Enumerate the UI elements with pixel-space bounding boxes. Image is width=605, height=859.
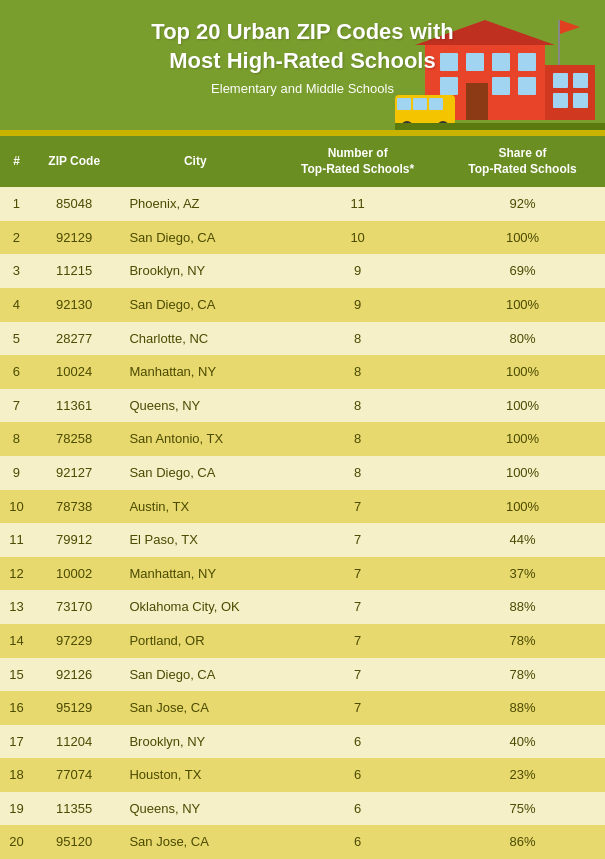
cell-number: 9 [275,254,440,288]
cell-share: 100% [440,288,605,322]
cell-zip: 85048 [33,187,115,221]
cell-rank: 14 [0,624,33,658]
cell-number: 7 [275,624,440,658]
cell-zip: 97229 [33,624,115,658]
cell-city: Brooklyn, NY [115,254,275,288]
col-city: City [115,136,275,187]
data-table: # ZIP Code City Number ofTop-Rated Schoo… [0,136,605,859]
table-row: 15 92126 San Diego, CA 7 78% [0,658,605,692]
cell-city: San Jose, CA [115,825,275,859]
cell-share: 100% [440,355,605,389]
cell-number: 6 [275,825,440,859]
table-row: 8 78258 San Antonio, TX 8 100% [0,422,605,456]
table-row: 6 10024 Manhattan, NY 8 100% [0,355,605,389]
table-row: 7 11361 Queens, NY 8 100% [0,389,605,423]
cell-city: San Diego, CA [115,288,275,322]
main-container: Top 20 Urban ZIP Codes withMost High-Rat… [0,0,605,859]
cell-rank: 16 [0,691,33,725]
svg-rect-22 [429,98,443,110]
cell-zip: 28277 [33,322,115,356]
table-row: 14 97229 Portland, OR 7 78% [0,624,605,658]
cell-rank: 7 [0,389,33,423]
cell-zip: 78738 [33,490,115,524]
table-row: 16 95129 San Jose, CA 7 88% [0,691,605,725]
cell-share: 23% [440,758,605,792]
col-share: Share ofTop-Rated Schools [440,136,605,187]
cell-rank: 15 [0,658,33,692]
cell-rank: 13 [0,590,33,624]
cell-rank: 9 [0,456,33,490]
cell-city: San Antonio, TX [115,422,275,456]
cell-rank: 19 [0,792,33,826]
cell-number: 8 [275,389,440,423]
table-row: 13 73170 Oklahoma City, OK 7 88% [0,590,605,624]
header: Top 20 Urban ZIP Codes withMost High-Rat… [0,0,605,130]
col-rank: # [0,136,33,187]
table-row: 3 11215 Brooklyn, NY 9 69% [0,254,605,288]
cell-city: El Paso, TX [115,523,275,557]
cell-share: 78% [440,658,605,692]
cell-zip: 92130 [33,288,115,322]
cell-zip: 11355 [33,792,115,826]
cell-city: Austin, TX [115,490,275,524]
cell-share: 100% [440,422,605,456]
cell-zip: 11215 [33,254,115,288]
cell-zip: 10002 [33,557,115,591]
table-row: 10 78738 Austin, TX 7 100% [0,490,605,524]
table-row: 18 77074 Houston, TX 6 23% [0,758,605,792]
cell-zip: 11204 [33,725,115,759]
cell-city: Queens, NY [115,792,275,826]
table-wrapper: # ZIP Code City Number ofTop-Rated Schoo… [0,136,605,859]
page-subtitle: Elementary and Middle Schools [20,81,585,96]
col-zip: ZIP Code [33,136,115,187]
cell-zip: 10024 [33,355,115,389]
cell-city: Portland, OR [115,624,275,658]
cell-number: 10 [275,221,440,255]
cell-number: 7 [275,691,440,725]
col-number: Number ofTop-Rated Schools* [275,136,440,187]
cell-share: 100% [440,456,605,490]
cell-zip: 73170 [33,590,115,624]
cell-number: 8 [275,355,440,389]
cell-share: 88% [440,691,605,725]
svg-rect-20 [397,98,411,110]
cell-rank: 10 [0,490,33,524]
cell-number: 6 [275,792,440,826]
cell-share: 44% [440,523,605,557]
cell-zip: 95120 [33,825,115,859]
cell-rank: 2 [0,221,33,255]
cell-rank: 11 [0,523,33,557]
cell-share: 37% [440,557,605,591]
cell-share: 69% [440,254,605,288]
cell-zip: 92129 [33,221,115,255]
cell-city: Houston, TX [115,758,275,792]
cell-rank: 6 [0,355,33,389]
cell-city: San Jose, CA [115,691,275,725]
cell-number: 7 [275,557,440,591]
table-row: 4 92130 San Diego, CA 9 100% [0,288,605,322]
cell-share: 75% [440,792,605,826]
cell-city: San Diego, CA [115,658,275,692]
table-header-row: # ZIP Code City Number ofTop-Rated Schoo… [0,136,605,187]
cell-rank: 3 [0,254,33,288]
cell-city: Charlotte, NC [115,322,275,356]
cell-zip: 78258 [33,422,115,456]
cell-city: Manhattan, NY [115,355,275,389]
cell-number: 11 [275,187,440,221]
cell-number: 7 [275,523,440,557]
cell-city: Brooklyn, NY [115,725,275,759]
table-row: 12 10002 Manhattan, NY 7 37% [0,557,605,591]
cell-zip: 92127 [33,456,115,490]
table-row: 5 28277 Charlotte, NC 8 80% [0,322,605,356]
cell-share: 86% [440,825,605,859]
cell-rank: 20 [0,825,33,859]
table-row: 9 92127 San Diego, CA 8 100% [0,456,605,490]
cell-zip: 92126 [33,658,115,692]
header-text: Top 20 Urban ZIP Codes withMost High-Rat… [20,18,585,96]
cell-number: 6 [275,725,440,759]
cell-share: 80% [440,322,605,356]
cell-share: 100% [440,221,605,255]
cell-number: 9 [275,288,440,322]
cell-number: 7 [275,658,440,692]
cell-share: 92% [440,187,605,221]
